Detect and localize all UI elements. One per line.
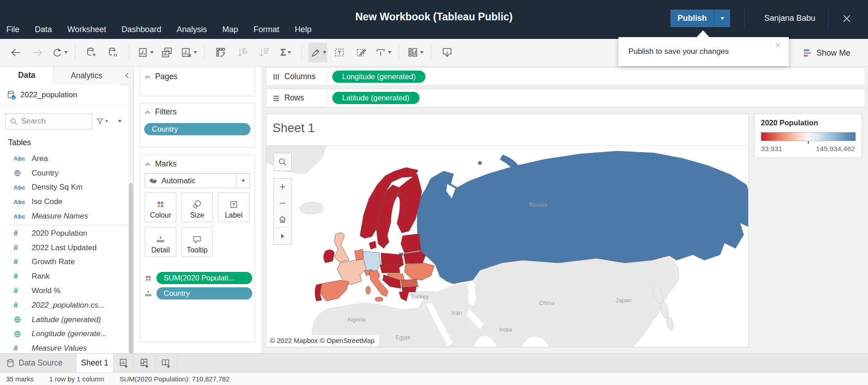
user-name[interactable]: Sanjana Babu [756,14,824,23]
totals-icon[interactable]: Σ [276,43,295,62]
tab-data[interactable]: Data [0,67,53,85]
highlight-icon[interactable] [308,43,327,62]
field-iso-code[interactable]: Abc Iso Code [0,195,129,209]
mark-type-caret[interactable] [236,174,250,188]
download-icon[interactable] [438,43,457,62]
sort-ascending-icon[interactable] [233,43,252,62]
publish-button[interactable]: Publish [670,10,714,27]
show-me-button[interactable]: Show Me [802,44,850,62]
colour-button[interactable]: Colour [145,192,176,222]
show-mark-labels-icon[interactable] [330,43,349,62]
field-2022-last-updated[interactable]: # 2022 Last Updated [0,241,129,255]
duplicate-sheet-icon[interactable] [157,43,176,62]
pause-auto-updates-icon[interactable] [104,43,123,62]
label-button[interactable]: Label [218,192,250,222]
menu-analysis[interactable]: Analysis [177,25,207,34]
rows-icon [272,94,280,102]
map-view[interactable]: Russia Turkey Iran China Japan Algeria E… [266,145,748,347]
field-rank[interactable]: # Rank [0,269,129,284]
search-input-box[interactable] [5,114,92,129]
search-input[interactable] [21,117,85,126]
new-dashboard-button[interactable] [134,354,156,372]
format-icon[interactable] [352,43,371,62]
color-legend[interactable]: 2020 Population 33,931 145,934,462 [755,114,862,158]
sheet1-tab[interactable]: Sheet 1 [76,354,113,372]
zoom-home-button[interactable] [274,211,291,228]
new-worksheet-button[interactable] [113,354,134,372]
string-field-icon: Abc [14,155,25,162]
field-measure-names[interactable]: Abc Measure Names [0,209,129,223]
field-filter-icon[interactable] [96,117,108,125]
menu-worksheet[interactable]: Worksheet [67,25,106,34]
pill-country[interactable]: Country [156,287,252,299]
field-2020-population[interactable]: # 2020 Population [0,226,129,241]
map-attribution[interactable]: © 2022 Mapbox © OpenStreetMap [266,335,379,346]
menu-format[interactable]: Format [254,25,279,34]
chevron-down-icon [388,51,392,54]
field-csv-count[interactable]: # 2022_population.cs... [0,298,129,313]
close-icon[interactable] [840,12,854,25]
geo-field-icon [14,169,21,177]
field-density[interactable]: Abc Density Sq Km [0,181,129,195]
pill-latitude[interactable]: Latitude (generated) [332,92,420,104]
show-hide-cards-icon[interactable] [406,43,425,62]
tooltip-close-icon[interactable] [774,41,783,50]
fix-axes-icon[interactable] [373,43,392,62]
legend-gradient[interactable] [761,132,856,141]
zoom-more-button[interactable] [274,228,291,244]
marks-card: Marks Automatic Colour Size [140,155,255,342]
menu-dashboard[interactable]: Dashboard [122,25,161,34]
redo-icon[interactable] [28,43,47,62]
field-measure-values[interactable]: # Measure Values [0,341,129,353]
field-longitude[interactable]: Longitude (generate... [0,327,129,342]
collapse-icon[interactable] [145,110,151,114]
menu-help[interactable]: Help [295,25,311,34]
chevron-down-icon [323,51,326,54]
tooltip-button[interactable]: Tooltip [181,227,213,257]
field-area[interactable]: Abc Area [0,152,129,166]
chevron-down-icon [288,51,291,54]
columns-shelf[interactable]: Columns Longitude (generated) [266,67,865,86]
zoom-out-button[interactable] [274,195,291,211]
field-world-percent[interactable]: # World % [0,284,129,298]
collapse-icon[interactable] [145,75,151,79]
zoom-in-button[interactable] [274,179,291,195]
replay-icon[interactable] [50,43,69,62]
field-latitude[interactable]: Latitude (generated) [0,313,129,327]
collapse-icon[interactable] [145,162,151,166]
choropleth-map[interactable]: Russia Turkey Iran China Japan Algeria E… [266,146,748,347]
colour-shelf-icon [144,274,153,283]
field-growth-rate[interactable]: # Growth Rate [0,255,129,270]
size-button[interactable]: Size [181,192,213,222]
rows-label: Rows [284,93,304,103]
publish-dropdown-button[interactable] [714,10,730,27]
map-search-button[interactable] [274,153,292,171]
datasource-item[interactable]: 2022_population [0,85,134,105]
new-story-button[interactable] [156,354,177,372]
pill-sum-2020-population[interactable]: SUM(2020 Populati... [156,272,252,284]
new-data-source-icon[interactable] [82,43,101,62]
detail-button[interactable]: Detail [145,227,176,257]
scrollbar-thumb[interactable] [129,183,133,353]
mark-type-dropdown[interactable]: Automatic [145,173,250,188]
undo-icon[interactable] [6,43,25,62]
data-source-tab[interactable]: Data Source [0,354,76,372]
menu-data[interactable]: Data [35,25,52,34]
filter-pill-country[interactable]: Country [144,123,250,135]
scrollbar[interactable] [128,67,133,353]
map-mark-icon [149,177,158,185]
chevron-down-icon [193,51,197,54]
tab-analytics[interactable]: Analytics [53,67,119,85]
number-field-icon: # [14,301,18,310]
new-worksheet-icon[interactable] [136,43,155,62]
pill-longitude[interactable]: Longitude (generated) [332,71,425,83]
field-list: Abc Area Country Abc Density Sq Km Abc I… [0,152,129,353]
field-country[interactable]: Country [0,166,129,181]
rows-shelf[interactable]: Rows Latitude (generated) [266,89,865,107]
panel-options-icon[interactable] [118,120,122,123]
swap-rows-columns-icon[interactable] [211,43,230,62]
menu-map[interactable]: Map [222,25,238,34]
sort-descending-icon[interactable] [255,43,274,62]
clear-sheet-icon[interactable] [179,43,198,62]
menu-file[interactable]: File [6,25,19,34]
